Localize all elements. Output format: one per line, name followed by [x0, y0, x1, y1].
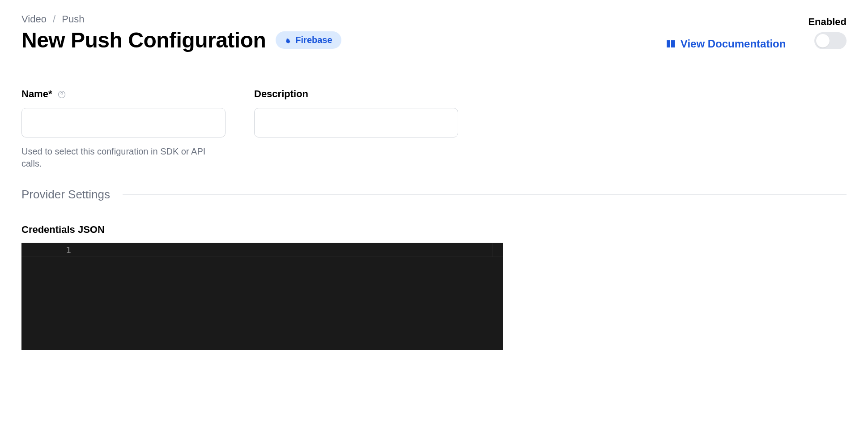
page-title: New Push Configuration [21, 28, 266, 52]
breadcrumb-video[interactable]: Video [21, 13, 47, 25]
firebase-icon [285, 37, 292, 44]
section-divider-line [123, 194, 847, 195]
name-help-icon[interactable] [58, 90, 66, 99]
enabled-label: Enabled [808, 16, 847, 28]
provider-badge-label: Firebase [295, 35, 332, 45]
credentials-json-label: Credentials JSON [21, 224, 847, 236]
question-circle-icon [58, 90, 66, 99]
view-documentation-label: View Documentation [681, 38, 786, 50]
name-hint: Used to select this configuration in SDK… [21, 146, 226, 170]
description-label: Description [254, 88, 458, 100]
credentials-json-editor[interactable]: 1 [21, 243, 503, 350]
name-input[interactable] [21, 108, 226, 137]
provider-settings-title: Provider Settings [21, 188, 110, 202]
description-input[interactable] [254, 108, 458, 137]
breadcrumb-push[interactable]: Push [62, 13, 84, 25]
view-documentation-link[interactable]: View Documentation [665, 38, 786, 50]
name-label: Name* [21, 88, 226, 100]
editor-line-number: 1 [21, 243, 91, 257]
toggle-knob [816, 34, 830, 47]
editor-line-content[interactable] [91, 243, 493, 257]
breadcrumb-separator: / [53, 13, 55, 25]
book-icon [665, 39, 676, 49]
provider-badge: Firebase [276, 31, 341, 49]
breadcrumb: Video / Push [21, 13, 665, 25]
name-label-text: Name* [21, 88, 52, 99]
editor-body[interactable] [21, 257, 503, 349]
enabled-toggle[interactable] [814, 32, 847, 49]
